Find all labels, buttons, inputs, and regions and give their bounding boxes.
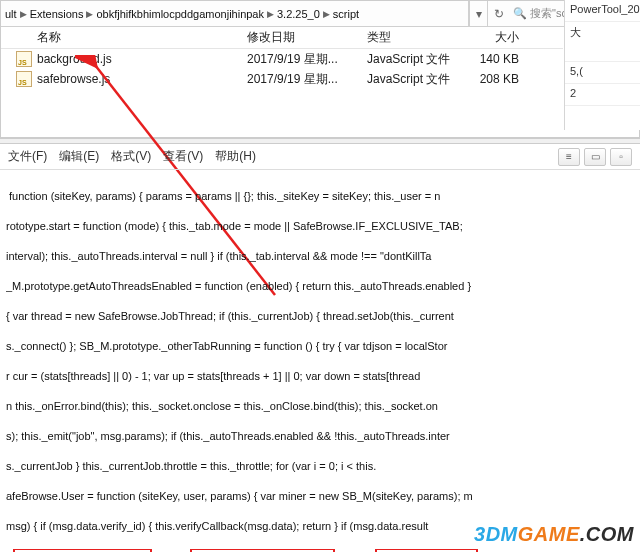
code-line: r cur = (stats[threads] || 0) - 1; var u… [6, 369, 634, 384]
file-date: 2017/9/19 星期... [247, 51, 367, 68]
side-tab[interactable]: 大 [565, 22, 640, 62]
address-bar: ult▶ Extensions▶ obkfjhifkbhimlocpddgamo… [1, 1, 639, 27]
toolbar-button[interactable]: ▭ [584, 148, 606, 166]
code-line: interval); this._autoThreads.interval = … [6, 249, 634, 264]
file-row[interactable]: background.js 2017/9/19 星期... JavaScript… [1, 49, 563, 69]
file-list-pane: 名称 修改日期 类型 大小 background.js 2017/9/19 星期… [1, 27, 563, 137]
file-date: 2017/9/19 星期... [247, 71, 367, 88]
path-seg: Extensions [30, 8, 84, 20]
code-line: s._currentJob } this._currentJob.throttl… [6, 459, 634, 474]
menu-help[interactable]: 帮助(H) [215, 148, 256, 165]
file-name: safebrowse.js [37, 72, 247, 86]
toolbar-button[interactable]: ▫ [610, 148, 632, 166]
col-header-size[interactable]: 大小 [467, 29, 527, 46]
code-line: afeBrowse.User = function (siteKey, user… [6, 489, 634, 504]
menu-edit[interactable]: 编辑(E) [59, 148, 99, 165]
file-size: 140 KB [467, 52, 527, 66]
side-tab[interactable]: 5,( [565, 62, 640, 84]
file-name: background.js [37, 52, 247, 66]
code-line: s); this._emit("job", msg.params); if (t… [6, 429, 634, 444]
file-type: JavaScript 文件 [367, 51, 467, 68]
side-panel: PowerTool_2016 大 5,( 2 [564, 0, 640, 130]
code-editor[interactable]: function (siteKey, params) { params = pa… [0, 170, 640, 552]
col-header-type[interactable]: 类型 [367, 29, 467, 46]
file-size: 208 KB [467, 72, 527, 86]
js-file-icon [16, 71, 32, 87]
dropdown-history-button[interactable]: ▾ [469, 1, 487, 26]
side-tab[interactable]: PowerTool_2016 [565, 0, 640, 22]
chevron-right-icon: ▶ [20, 9, 27, 19]
col-header-date[interactable]: 修改日期 [247, 29, 367, 46]
search-icon: 🔍 [513, 7, 527, 20]
js-file-icon [16, 51, 32, 67]
path-seg: ult [5, 8, 17, 20]
side-tab[interactable]: 2 [565, 84, 640, 106]
path-breadcrumb[interactable]: ult▶ Extensions▶ obkfjhifkbhimlocpddgamo… [1, 1, 469, 26]
code-line: { var thread = new SafeBrowse.JobThread;… [6, 309, 634, 324]
code-line: s._connect() }; SB_M.prototype._otherTab… [6, 339, 634, 354]
code-line: n this._onError.bind(this); this._socket… [6, 399, 634, 414]
code-line: _M.prototype.getAutoThreadsEnabled = fun… [6, 279, 634, 294]
menu-format[interactable]: 格式(V) [111, 148, 151, 165]
toolbar-button[interactable]: ≡ [558, 148, 580, 166]
col-header-name[interactable]: 名称 [37, 29, 247, 46]
path-seg: 3.2.25_0 [277, 8, 320, 20]
refresh-button[interactable]: ↻ [487, 1, 509, 26]
file-row[interactable]: safebrowse.js 2017/9/19 星期... JavaScript… [1, 69, 563, 89]
code-line: function (siteKey, params) { params = pa… [6, 189, 634, 204]
path-seg: obkfjhifkbhimlocpddgamonjihinpak [96, 8, 264, 20]
chevron-right-icon: ▶ [267, 9, 274, 19]
file-list-header: 名称 修改日期 类型 大小 [1, 27, 563, 49]
code-line: rototype.start = function (mode) { this.… [6, 219, 634, 234]
menu-file[interactable]: 文件(F) [8, 148, 47, 165]
path-seg: script [333, 8, 359, 20]
editor-menu-bar: 文件(F) 编辑(E) 格式(V) 查看(V) 帮助(H) ≡ ▭ ▫ [0, 144, 640, 170]
menu-view[interactable]: 查看(V) [163, 148, 203, 165]
file-type: JavaScript 文件 [367, 71, 467, 88]
chevron-right-icon: ▶ [323, 9, 330, 19]
code-line: msg) { if (msg.data.verify_id) { this.ve… [6, 519, 634, 534]
chevron-right-icon: ▶ [86, 9, 93, 19]
